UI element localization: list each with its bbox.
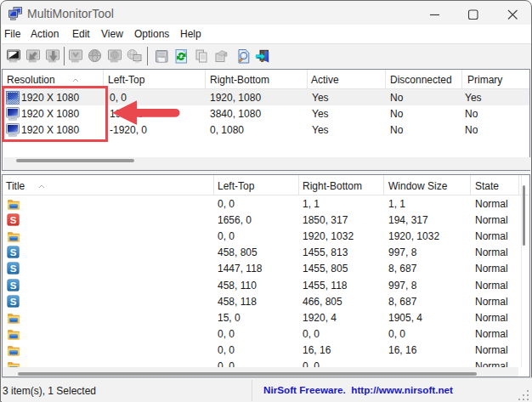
svg-text:S: S — [10, 297, 17, 307]
svg-text:S: S — [10, 263, 17, 274]
svg-text:S: S — [10, 215, 17, 225]
svg-text:S: S — [10, 280, 17, 291]
svg-text:S: S — [10, 247, 17, 258]
